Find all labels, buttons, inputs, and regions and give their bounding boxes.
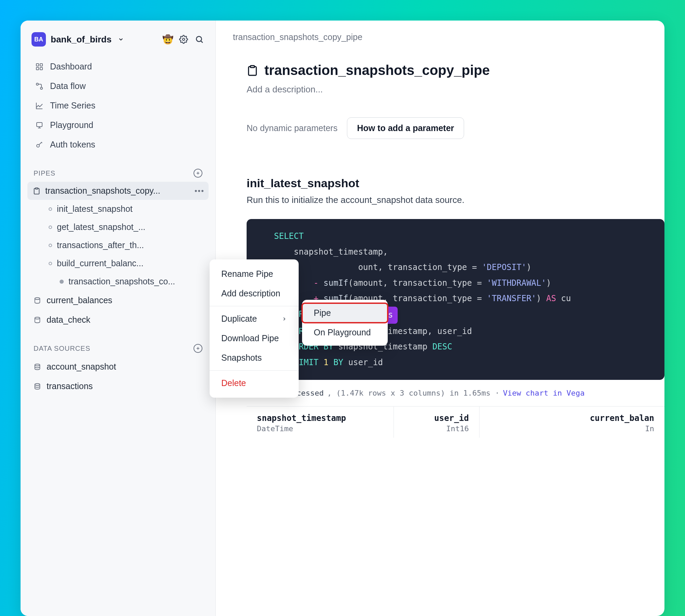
nav-timeseries[interactable]: Time Series [29, 96, 207, 115]
svg-line-2 [201, 41, 203, 43]
section-label: DATA SOURCES [34, 345, 90, 352]
menu-download[interactable]: Download Pipe [210, 329, 299, 348]
view-chart-link[interactable]: View chart in Vega [503, 389, 585, 397]
nav-auth[interactable]: Auth tokens [29, 135, 207, 154]
svg-point-22 [35, 364, 40, 366]
menu-label: Download Pipe [221, 333, 279, 343]
more-icon[interactable]: ••• [195, 187, 204, 195]
nav-list: Dashboard Data flow Time Series Playgrou… [27, 57, 209, 154]
nav-label: Time Series [50, 101, 95, 111]
stats-rest: , (1.47k rows x 3 columns) in 1.65ms · [327, 389, 499, 397]
code-text: 'WITHDRAWAL' [487, 275, 546, 291]
menu-rename[interactable]: Rename Pipe [210, 264, 299, 284]
submenu-pipe[interactable]: Pipe [302, 303, 388, 323]
svg-rect-17 [35, 188, 38, 189]
code-text: AS [546, 291, 556, 307]
code-text: SELECT [274, 229, 304, 244]
svg-point-12 [37, 144, 39, 147]
pipe-label: data_check [47, 315, 90, 325]
pipe-item[interactable]: data_check [27, 310, 209, 330]
node-title[interactable]: init_latest_snapshot [247, 177, 664, 190]
params-text: No dynamic parameters [247, 123, 337, 133]
gear-icon[interactable] [178, 34, 189, 44]
svg-point-1 [196, 36, 201, 41]
menu-divider [210, 370, 299, 371]
column-type: Int16 [404, 424, 469, 433]
svg-point-8 [40, 87, 42, 89]
emoji-icon[interactable]: 🤠 [163, 34, 173, 44]
menu-label: Snapshots [221, 353, 262, 363]
menu-divider [210, 306, 299, 306]
column-name: current_balan [590, 413, 654, 423]
datasource-label: transactions [47, 381, 93, 391]
code-text: 1 [324, 355, 328, 371]
code-text: DESC [432, 339, 452, 355]
menu-label: Duplicate [221, 314, 257, 324]
app-window: BA bank_of_birds 🤠 D [21, 21, 664, 616]
pipe-node[interactable]: build_current_balanc... [27, 254, 209, 272]
code-text: (amount, transaction_type = [348, 275, 487, 291]
pipe-label: transaction_snapshots_copy... [45, 186, 160, 196]
bullet-solid-icon [60, 280, 64, 284]
menu-label: Pipe [314, 308, 331, 318]
pipe-icon [33, 187, 40, 195]
menu-label: Rename Pipe [221, 269, 273, 279]
description-input[interactable]: Add a description... [247, 84, 664, 95]
table-column: current_balan In [580, 407, 664, 438]
workspace-name: bank_of_birds [51, 34, 112, 45]
pipe-item[interactable]: current_balances [27, 291, 209, 310]
node-label: transaction_snapshots_co... [68, 277, 175, 286]
code-text: cu [556, 291, 571, 307]
datasource-item[interactable]: transactions [27, 376, 209, 396]
code-text: 'TRANSFER' [487, 291, 536, 307]
nav-dataflow[interactable]: Data flow [29, 76, 207, 96]
column-type: DateTime [257, 424, 383, 433]
chevron-down-icon [118, 36, 124, 42]
column-name: snapshot_timestamp [257, 413, 383, 423]
submenu-on-playground[interactable]: On Playground [302, 323, 388, 342]
svg-rect-6 [40, 67, 42, 70]
nav-label: Playground [50, 120, 93, 130]
table-column: user_id Int16 [394, 407, 480, 438]
code-text: snapshot_timestamp, [294, 244, 388, 260]
datasource-icon [34, 297, 41, 304]
nav-dashboard[interactable]: Dashboard [29, 57, 207, 76]
search-icon[interactable] [194, 34, 204, 44]
chevron-right-icon [282, 316, 287, 322]
svg-point-0 [183, 38, 185, 41]
svg-line-14 [41, 142, 42, 143]
code-text: 'DEPOSIT' [482, 260, 526, 275]
code-text: - [314, 275, 324, 291]
menu-snapshots[interactable]: Snapshots [210, 348, 299, 368]
dataflow-icon [35, 82, 44, 91]
bullet-icon [49, 244, 52, 247]
menu-add-description[interactable]: Add description [210, 284, 299, 303]
code-text: ) [536, 291, 546, 307]
section-pipes-header: PIPES [27, 154, 209, 182]
table-column: snapshot_timestamp DateTime [247, 407, 394, 438]
breadcrumb[interactable]: transaction_snapshots_copy_pipe [216, 21, 664, 42]
pipe-node[interactable]: transaction_snapshots_co... [27, 272, 209, 291]
menu-delete[interactable]: Delete [210, 373, 299, 393]
menu-duplicate[interactable]: Duplicate [210, 309, 299, 329]
workspace-switcher[interactable]: BA bank_of_birds [32, 32, 124, 47]
pipe-item-active[interactable]: transaction_snapshots_copy... ••• [27, 182, 209, 200]
bullet-icon [49, 226, 52, 229]
nav-playground[interactable]: Playground [29, 115, 207, 135]
add-datasource-button[interactable] [194, 344, 202, 353]
section-datasources-header: DATA SOURCES [27, 330, 209, 357]
datasource-item[interactable]: account_snapshot [27, 357, 209, 376]
pipe-node[interactable]: transactions_after_th... [27, 236, 209, 254]
howto-add-parameter-button[interactable]: How to add a parameter [347, 117, 464, 139]
svg-point-19 [35, 317, 40, 319]
pipe-node[interactable]: get_latest_snapshot_... [27, 218, 209, 236]
add-pipe-button[interactable] [194, 169, 202, 178]
workspace-badge: BA [32, 32, 46, 47]
nav-label: Dashboard [50, 62, 92, 72]
pipe-node[interactable]: init_latest_snapshot [27, 200, 209, 218]
duplicate-submenu: Pipe On Playground [302, 300, 388, 346]
page-title-row: transaction_snapshots_copy_pipe [247, 63, 664, 78]
svg-rect-4 [40, 64, 42, 66]
bullet-icon [49, 207, 52, 211]
params-row: No dynamic parameters How to add a param… [247, 117, 664, 139]
